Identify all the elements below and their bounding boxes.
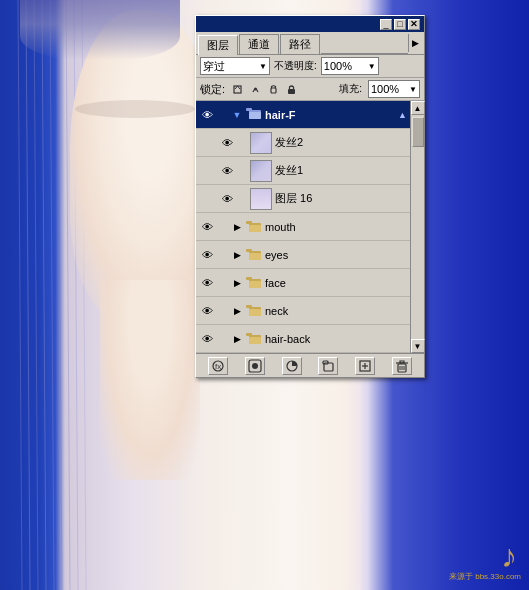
tab-layers[interactable]: 图层: [198, 35, 238, 55]
visibility-hair-f[interactable]: 👁: [198, 106, 216, 124]
scroll-down-button[interactable]: ▼: [411, 339, 425, 353]
lock-paint-btn[interactable]: [247, 81, 263, 97]
lock-all-btn[interactable]: [283, 81, 299, 97]
opacity-arrow: ▼: [368, 62, 376, 71]
folder-icon-neck: [244, 304, 262, 318]
link-layer16: [236, 190, 250, 208]
titlebar-controls: _ □ ✕: [380, 19, 420, 30]
visibility-layer16[interactable]: 👁: [218, 190, 236, 208]
expand-hair-f[interactable]: ▼: [230, 106, 244, 124]
fill-arrow: ▼: [409, 85, 417, 94]
svg-rect-17: [246, 221, 252, 224]
fill-label: 填充:: [339, 82, 362, 96]
svg-rect-20: [246, 249, 252, 252]
layer-item-neck[interactable]: 👁 ▶ neck: [196, 297, 410, 325]
svg-rect-26: [246, 305, 252, 308]
layer-item-mouth[interactable]: 👁 ▶ mouth: [196, 213, 410, 241]
blend-mode-select[interactable]: 穿过 ▼: [200, 57, 270, 75]
new-layer-button[interactable]: [355, 357, 375, 375]
svg-rect-29: [246, 333, 252, 336]
layer-item-hair-f[interactable]: 👁 ▼ hair-F ▲: [196, 101, 410, 129]
link-face: [216, 274, 230, 292]
layer-name-mouth: mouth: [265, 221, 408, 233]
lock-transparent-btn[interactable]: [229, 81, 245, 97]
layers-list: 👁 ▼ hair-F ▲ 👁: [196, 101, 410, 353]
layer-item-layer16[interactable]: 👁 图层 16: [196, 185, 410, 213]
tab-spacer: [321, 34, 408, 54]
new-mask-button[interactable]: [245, 357, 265, 375]
panel-tabs: 图层 通道 路径 ▶: [196, 32, 424, 55]
layer-style-button[interactable]: fx: [208, 357, 228, 375]
lock-position-btn[interactable]: [265, 81, 281, 97]
layer-name-hair-back: hair-back: [265, 333, 408, 345]
svg-line-0: [18, 0, 22, 590]
visibility-eyes[interactable]: 👁: [198, 246, 216, 264]
panel-titlebar: _ □ ✕: [196, 16, 424, 32]
lock-label: 锁定:: [200, 82, 225, 97]
visibility-neck[interactable]: 👁: [198, 302, 216, 320]
layer-item-eyes[interactable]: 👁 ▶ eyes: [196, 241, 410, 269]
panel-scrollbar: ▲ ▼: [410, 101, 424, 353]
svg-rect-24: [249, 281, 261, 288]
tab-paths[interactable]: 路径: [280, 34, 320, 54]
close-button[interactable]: ✕: [408, 19, 420, 30]
hair-top: [20, 0, 180, 60]
svg-rect-14: [246, 108, 252, 111]
mode-arrow: ▼: [259, 62, 267, 71]
folder-icon-mouth: [244, 220, 262, 234]
svg-rect-27: [249, 309, 261, 316]
expand-neck[interactable]: ▶: [230, 302, 244, 320]
expand-mouth[interactable]: ▶: [230, 218, 244, 236]
svg-point-10: [254, 87, 257, 90]
svg-rect-23: [246, 277, 252, 280]
new-group-button[interactable]: [318, 357, 338, 375]
visibility-hair-back[interactable]: 👁: [198, 330, 216, 348]
panel-menu-button[interactable]: ▶: [408, 34, 422, 52]
watermark-symbol: ♪: [501, 538, 517, 575]
svg-line-3: [42, 0, 46, 590]
svg-line-5: [58, 0, 62, 590]
visibility-face[interactable]: 👁: [198, 274, 216, 292]
svg-rect-12: [288, 89, 295, 94]
thumb-fassi2: [250, 132, 272, 154]
expand-hair-back[interactable]: ▶: [230, 330, 244, 348]
link-mouth: [216, 218, 230, 236]
minimize-button[interactable]: _: [380, 19, 392, 30]
link-neck: [216, 302, 230, 320]
svg-rect-18: [249, 225, 261, 232]
layer-item-face[interactable]: 👁 ▶ face: [196, 269, 410, 297]
layer-item-fassi1[interactable]: 👁 发丝1: [196, 157, 410, 185]
thumb-layer16: [250, 188, 272, 210]
new-adjustment-button[interactable]: [282, 357, 302, 375]
fill-select[interactable]: 100% ▼: [368, 80, 420, 98]
visibility-fassi2[interactable]: 👁: [218, 134, 236, 152]
expand-eyes[interactable]: ▶: [230, 246, 244, 264]
layer-name-face: face: [265, 277, 408, 289]
layer-name-neck: neck: [265, 305, 408, 317]
layer-item-hair-back[interactable]: 👁 ▶ hair-back: [196, 325, 410, 353]
tab-channels[interactable]: 通道: [239, 34, 279, 54]
delete-layer-button[interactable]: [392, 357, 412, 375]
link-hair-back: [216, 330, 230, 348]
watermark-text: 来源于 bbs.33o.com: [449, 571, 521, 582]
svg-rect-9: [234, 86, 241, 93]
opacity-select[interactable]: 100% ▼: [321, 57, 379, 75]
opacity-label: 不透明度:: [274, 59, 317, 73]
visibility-mouth[interactable]: 👁: [198, 218, 216, 236]
svg-line-4: [50, 0, 54, 590]
layer-name-eyes: eyes: [265, 249, 408, 261]
thumb-fassi1: [250, 160, 272, 182]
layer-name-fassi1: 发丝1: [275, 163, 408, 178]
scroll-thumb[interactable]: [412, 117, 424, 147]
panel-toolbar: fx: [196, 353, 424, 377]
scroll-up-button[interactable]: ▲: [411, 101, 425, 115]
link-eyes: [216, 246, 230, 264]
maximize-button[interactable]: □: [394, 19, 406, 30]
scroll-indicator: ▲: [398, 110, 408, 120]
folder-icon-hair-back: [244, 332, 262, 346]
svg-line-2: [34, 0, 38, 590]
mode-opacity-row: 穿过 ▼ 不透明度: 100% ▼: [196, 55, 424, 78]
visibility-fassi1[interactable]: 👁: [218, 162, 236, 180]
expand-face[interactable]: ▶: [230, 274, 244, 292]
layer-item-fassi2[interactable]: 👁 发丝2: [196, 129, 410, 157]
